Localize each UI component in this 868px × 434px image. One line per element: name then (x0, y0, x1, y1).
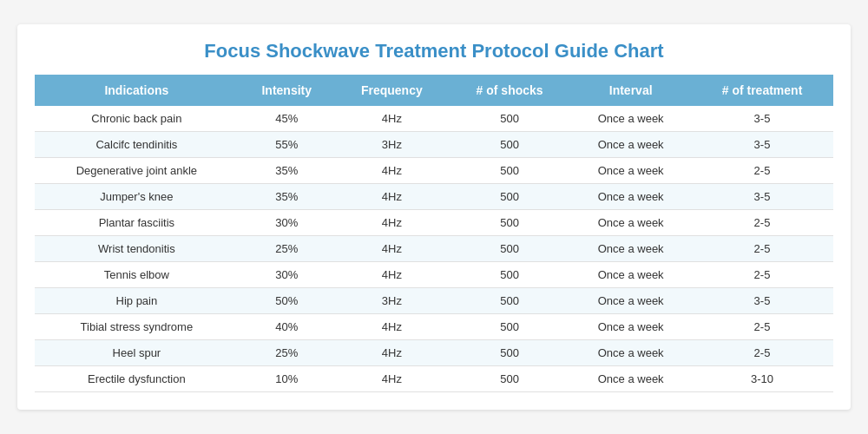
table-cell: Tennis elbow (35, 262, 239, 288)
chart-title: Focus Shockwave Treatment Protocol Guide… (35, 40, 833, 62)
table-row: Wrist tendonitis25%4Hz500Once a week2-5 (35, 236, 833, 262)
table-cell: Heel spur (35, 340, 239, 366)
table-cell: 500 (449, 210, 570, 236)
table-cell: Once a week (570, 340, 691, 366)
table-cell: 500 (449, 366, 570, 392)
table-cell: 45% (239, 106, 335, 132)
table-cell: 3-5 (691, 132, 833, 158)
table-cell: Once a week (570, 184, 691, 210)
table-cell: Chronic back pain (35, 106, 239, 132)
table-body: Chronic back pain45%4Hz500Once a week3-5… (35, 106, 833, 392)
table-cell: Once a week (570, 262, 691, 288)
table-cell: 500 (449, 158, 570, 184)
table-cell: Once a week (570, 132, 691, 158)
table-cell: 3Hz (335, 288, 449, 314)
table-cell: 50% (239, 288, 335, 314)
table-cell: 2-5 (691, 210, 833, 236)
col-header-treatment: # of treatment (691, 75, 833, 106)
table-cell: 3Hz (335, 132, 449, 158)
table-cell: Once a week (570, 236, 691, 262)
table-row: Hip pain50%3Hz500Once a week3-5 (35, 288, 833, 314)
table-cell: 4Hz (335, 236, 449, 262)
table-cell: 30% (239, 262, 335, 288)
table-cell: Calcifc tendinitis (35, 132, 239, 158)
table-cell: 4Hz (335, 184, 449, 210)
table-row: Calcifc tendinitis55%3Hz500Once a week3-… (35, 132, 833, 158)
table-cell: 2-5 (691, 158, 833, 184)
col-header-interval: Interval (570, 75, 691, 106)
table-cell: Once a week (570, 366, 691, 392)
table-cell: 3-5 (691, 106, 833, 132)
table-cell: 4Hz (335, 210, 449, 236)
table-cell: Once a week (570, 288, 691, 314)
table-row: Heel spur25%4Hz500Once a week2-5 (35, 340, 833, 366)
table-cell: Jumper's knee (35, 184, 239, 210)
table-cell: 25% (239, 236, 335, 262)
table-header-row: Indications Intensity Frequency # of sho… (35, 75, 833, 106)
table-cell: 4Hz (335, 340, 449, 366)
col-header-frequency: Frequency (335, 75, 449, 106)
table-cell: 4Hz (335, 262, 449, 288)
table-row: Degenerative joint ankle35%4Hz500Once a … (35, 158, 833, 184)
table-cell: 4Hz (335, 158, 449, 184)
table-cell: 55% (239, 132, 335, 158)
table-cell: 30% (239, 210, 335, 236)
table-cell: Plantar fasciitis (35, 210, 239, 236)
table-cell: 40% (239, 314, 335, 340)
table-cell: 3-5 (691, 184, 833, 210)
table-cell: 500 (449, 340, 570, 366)
table-cell: Hip pain (35, 288, 239, 314)
table-cell: 4Hz (335, 314, 449, 340)
table-cell: 25% (239, 340, 335, 366)
table-row: Chronic back pain45%4Hz500Once a week3-5 (35, 106, 833, 132)
table-cell: 4Hz (335, 366, 449, 392)
table-cell: 35% (239, 158, 335, 184)
table-cell: 500 (449, 236, 570, 262)
table-cell: Degenerative joint ankle (35, 158, 239, 184)
table-cell: Tibial stress syndrome (35, 314, 239, 340)
table-cell: 2-5 (691, 236, 833, 262)
table-cell: Wrist tendonitis (35, 236, 239, 262)
table-cell: 500 (449, 106, 570, 132)
table-cell: 3-5 (691, 288, 833, 314)
table-row: Erectile dysfunction10%4Hz500Once a week… (35, 366, 833, 392)
table-cell: Once a week (570, 158, 691, 184)
table-cell: Erectile dysfunction (35, 366, 239, 392)
table-row: Plantar fasciitis30%4Hz500Once a week2-5 (35, 210, 833, 236)
table-cell: 500 (449, 132, 570, 158)
table-row: Tennis elbow30%4Hz500Once a week2-5 (35, 262, 833, 288)
table-cell: 4Hz (335, 106, 449, 132)
table-cell: 2-5 (691, 314, 833, 340)
table-cell: Once a week (570, 314, 691, 340)
col-header-shocks: # of shocks (449, 75, 570, 106)
table-cell: 500 (449, 288, 570, 314)
table-cell: 2-5 (691, 340, 833, 366)
table-cell: 2-5 (691, 262, 833, 288)
table-row: Tibial stress syndrome40%4Hz500Once a we… (35, 314, 833, 340)
col-header-intensity: Intensity (239, 75, 335, 106)
table-cell: 10% (239, 366, 335, 392)
protocol-table: Indications Intensity Frequency # of sho… (35, 75, 833, 392)
table-cell: 500 (449, 262, 570, 288)
table-cell: Once a week (570, 210, 691, 236)
chart-card: Focus Shockwave Treatment Protocol Guide… (17, 24, 851, 410)
table-cell: Once a week (570, 106, 691, 132)
table-row: Jumper's knee35%4Hz500Once a week3-5 (35, 184, 833, 210)
col-header-indications: Indications (35, 75, 239, 106)
table-cell: 500 (449, 314, 570, 340)
table-cell: 35% (239, 184, 335, 210)
table-cell: 3-10 (691, 366, 833, 392)
table-cell: 500 (449, 184, 570, 210)
